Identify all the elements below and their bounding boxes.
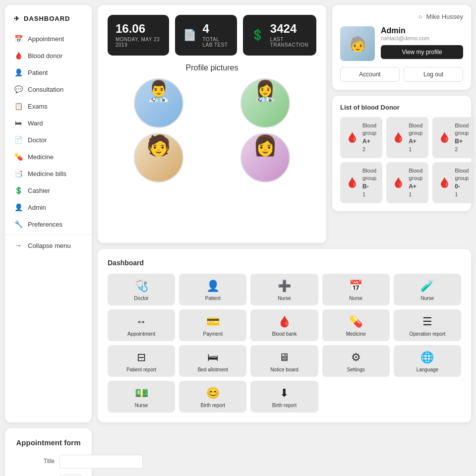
doctor-avatar-icon: 👨‍⚕️ [146,80,171,102]
grid-item-blood-bank[interactable]: 🩸 Blood bank [250,309,318,341]
sidebar-divider [5,235,92,235]
grid-item-birth-report-1[interactable]: 😊 Birth report [179,381,246,413]
profile-grid: 👨‍⚕️ 👩‍⚕️ 🧑 👩 [108,78,316,182]
grid-blood-bank-label: Blood bank [272,331,297,337]
stat-transaction: 💲 3424 LAST TRANSACTION [243,15,316,56]
icon-grid: 🩺 Doctor 👤 Patient ➕ Nurse 📅 Nurse 🧪 Nur… [108,274,461,413]
user-info-row: 🧓 Admin contact@demo.com View my profile [340,26,463,61]
title-input[interactable] [60,455,143,469]
stat-date-value: 16.06 [116,23,161,35]
blood-card-2: 🩸 Blood group B+ 2 [432,117,475,158]
grid-appointment-icon: ↔ [136,315,147,328]
blood-card-4: 🩸 Blood group A+ 1 [386,162,428,203]
top-right-area: 16.06 Monday, May 23 2019 📄 4 TOTAL LAB … [98,5,471,243]
grid-birth1-label: Birth report [201,403,225,409]
grid-item-nurse-1[interactable]: ➕ Nurse [250,274,318,305]
grid-medicine-label: Medicine [346,331,366,337]
form-row-title: Title [15,455,82,469]
sidebar-item-doctor[interactable]: 📄 Doctor [5,131,92,148]
blood-drop-icon-5: 🩸 [438,177,451,188]
sidebar-item-admin[interactable]: 👤 Admin [5,199,92,216]
grid-birth2-icon: ⬇ [280,387,289,400]
blood-info-1: Blood group A+ 1 [409,122,422,153]
grid-nurse2-icon: 📅 [349,280,362,293]
stat-date: 16.06 Monday, May 23 2019 [108,15,169,56]
grid-item-patient[interactable]: 👤 Patient [179,274,246,305]
user-avatar-icon: 🧓 [349,35,367,53]
preferences-icon: 🔧 [14,220,23,228]
appointment-panel: Appointment form Title Description Start… [5,428,92,476]
stat-transaction-value: 3424 [270,23,308,35]
sidebar-title: ✈ DASHBOARD [5,15,92,30]
grid-payment-label: Payment [203,331,223,337]
grid-bed-label: Bed allotment [198,367,228,373]
user-panel-top: ○ Mike Hussey [340,13,463,20]
top-panels: 16.06 Monday, May 23 2019 📄 4 TOTAL LAB … [98,5,471,243]
cashier-icon: 💲 [14,186,23,194]
grid-item-nurse-3[interactable]: 🧪 Nurse [394,274,461,305]
avatar-patient: 🧑 [134,133,183,182]
grid-item-payment[interactable]: 💳 Payment [179,309,246,341]
grid-bed-icon: 🛏 [207,351,218,364]
profile-pictures-title: Profile pictures [108,63,316,72]
view-profile-button[interactable]: View my profile [381,45,463,59]
stat-date-sub: Monday, May 23 2019 [116,37,161,48]
blood-info-3: Blood group B- 1 [362,167,376,198]
grid-patient-icon: 👤 [206,280,220,293]
sidebar-item-ward[interactable]: 🛏 Ward [5,115,92,131]
blood-drop-icon-1: 🩸 [392,131,405,143]
sidebar-item-blood-donor[interactable]: 🩸 Blood donor [5,47,92,64]
grid-item-language[interactable]: 🌐 Language [394,345,461,377]
grid-item-medicine[interactable]: 💊 Medicine [322,309,390,341]
grid-item-doctor[interactable]: 🩺 Doctor [108,274,175,305]
user-panel: ○ Mike Hussey 🧓 Admin contact@demo.com V… [332,5,471,90]
grid-nurse-pay-label: Nurse [135,403,148,409]
sidebar-item-appointment[interactable]: 📅 Appointment [5,30,92,47]
doctor-icon: 📄 [14,136,23,144]
form-title-label: Title [15,455,55,465]
grid-item-nurse-pay[interactable]: 💵 Nurse [108,381,175,413]
grid-nurse3-icon: 🧪 [420,280,434,293]
user-display-name: Admin [381,26,463,35]
grid-medicine-icon: 💊 [349,315,362,328]
logout-button[interactable]: Log out [404,67,463,82]
grid-item-bed-allotment[interactable]: 🛏 Bed allotment [179,345,246,377]
avatar-doctor: 👨‍⚕️ [134,78,183,128]
grid-item-appointment[interactable]: ↔ Appointment [108,309,175,341]
grid-item-notice-board[interactable]: 🖥 Notice board [250,345,318,377]
grid-item-birth-report-2[interactable]: ⬇ Birth report [250,381,318,413]
sidebar-item-collapse[interactable]: → Collapse menu [5,237,92,254]
grid-settings-label: Settings [347,367,365,373]
stat-lab: 📄 4 TOTAL LAB TEST [175,15,237,56]
medicine-bills-icon: 📑 [14,170,23,178]
admin-icon: 👤 [14,203,23,211]
grid-language-label: Language [416,367,439,373]
sidebar-item-consultation[interactable]: 💬 Consultation [5,81,92,98]
blood-drop-icon-3: 🩸 [346,177,358,188]
account-button[interactable]: Account [340,67,400,82]
user-email: contact@demo.com [381,35,463,41]
grid-item-settings[interactable]: ⚙ Settings [322,345,390,377]
sidebar-item-medicine[interactable]: 💊 Medicine [5,148,92,165]
blood-info-4: Blood group A+ 1 [409,167,422,198]
sidebar-item-medicine-bills[interactable]: 📑 Medicine bills [5,165,92,182]
stats-profile-panel: 16.06 Monday, May 23 2019 📄 4 TOTAL LAB … [98,5,326,243]
grid-item-patient-report[interactable]: ⊟ Patient report [108,345,175,377]
blood-card-0: 🩸 Blood group A+ 2 [340,117,382,158]
grid-language-icon: 🌐 [420,351,434,364]
blood-donor-title: List of blood Donor [340,104,463,111]
sidebar-item-preferences[interactable]: 🔧 Preferences [5,216,92,233]
sidebar-item-cashier[interactable]: 💲 Cashier [5,182,92,199]
avatar-woman: 👩‍⚕️ [240,78,290,128]
right-column: ○ Mike Hussey 🧓 Admin contact@demo.com V… [332,5,471,243]
profile-pictures-section: Profile pictures 👨‍⚕️ 👩‍⚕️ 🧑 👩 [108,63,316,182]
grid-patient-report-label: Patient report [126,367,156,373]
sidebar-item-patient[interactable]: 👤 Patient [5,64,92,81]
grid-item-operation-report[interactable]: ☰ Operation report [394,309,461,341]
stat-lab-label: TOTAL LAB TEST [202,37,229,48]
sidebar-item-exams[interactable]: 📋 Exams [5,98,92,115]
collapse-icon: → [14,241,23,249]
grid-item-nurse-2[interactable]: 📅 Nurse [322,274,390,305]
grid-doctor-icon: 🩺 [135,280,148,293]
blood-grid: 🩸 Blood group A+ 2 🩸 Blood group [340,117,463,203]
